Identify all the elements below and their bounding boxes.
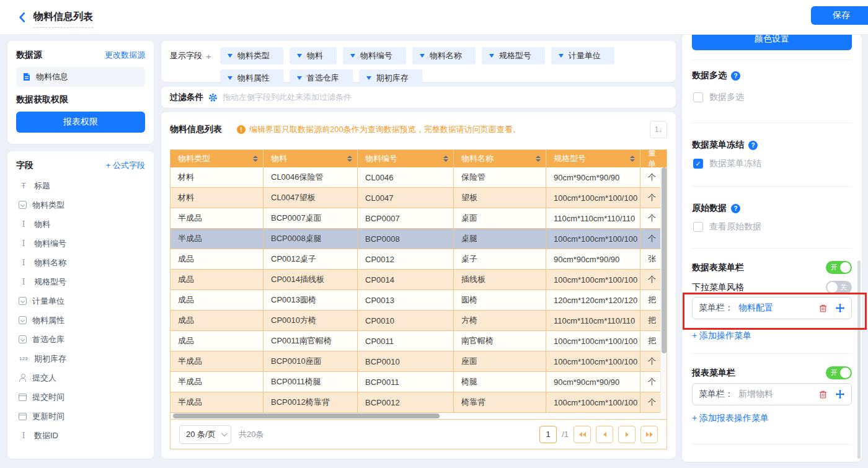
dropdown-triangle-icon: [366, 76, 371, 80]
prev-page-button[interactable]: [596, 426, 613, 443]
column-header[interactable]: 物料编号: [358, 150, 454, 167]
color-settings-button[interactable]: 颜色设置: [692, 34, 852, 50]
field-item[interactable]: 标题: [16, 176, 145, 195]
move-icon[interactable]: [835, 389, 845, 399]
field-item[interactable]: 首选仓库: [16, 330, 145, 349]
field-item[interactable]: 规格型号: [16, 272, 145, 291]
table-row[interactable]: 半成品BCP0011椅腿BCP0011椅腿90cm*90cm*90/90个: [170, 372, 666, 392]
table-cell: CP0011: [358, 331, 454, 351]
table-cell: 成品: [170, 290, 264, 310]
first-page-button[interactable]: [574, 426, 591, 443]
field-item[interactable]: 物料编号: [16, 234, 145, 253]
gear-icon[interactable]: [208, 93, 218, 102]
horizontal-scrollbar-thumb[interactable]: [173, 413, 440, 418]
next-page-button[interactable]: [618, 426, 636, 443]
sort-icon[interactable]: [347, 156, 352, 162]
table-cell: 110cm*110cm*110/110: [546, 311, 640, 330]
report-permission-button[interactable]: 报表权限: [16, 112, 145, 133]
dropdown-style-toggle[interactable]: 关: [826, 281, 852, 294]
move-icon[interactable]: [835, 303, 845, 313]
table-menu-item[interactable]: 菜单栏： 物料配置: [692, 297, 852, 319]
menu-freeze-checkbox[interactable]: 数据菜单冻结: [693, 158, 761, 169]
add-display-field-button[interactable]: +: [206, 51, 211, 61]
checkbox-checked-icon[interactable]: [693, 159, 703, 169]
display-field-tag[interactable]: 物料属性: [220, 69, 283, 87]
field-item[interactable]: 期初库存: [16, 349, 145, 368]
checkbox-icon[interactable]: [693, 222, 703, 232]
panel-scrollbar-thumb[interactable]: [857, 260, 861, 459]
table-row[interactable]: 成品CP0014插线板CP0014插线板100cm*100cm*100/100个: [170, 270, 666, 290]
column-header[interactable]: 计量单位: [640, 150, 666, 167]
display-field-tag[interactable]: 期初库存: [359, 69, 422, 87]
field-item[interactable]: 物料属性: [16, 311, 145, 330]
field-item[interactable]: 物料名称: [16, 253, 145, 272]
column-header[interactable]: 物料名称: [454, 150, 546, 167]
field-item[interactable]: 数据ID: [16, 426, 145, 445]
help-icon[interactable]: [731, 71, 740, 81]
display-field-tag[interactable]: 物料编号: [343, 47, 406, 64]
multi-select-title: 数据多选: [692, 70, 740, 81]
add-action-menu-link[interactable]: + 添加操作菜单: [692, 330, 751, 342]
save-button[interactable]: 保存: [811, 6, 868, 25]
display-field-tag[interactable]: 物料名称: [412, 47, 476, 64]
table-menu-toggle[interactable]: 开: [826, 261, 852, 274]
delete-icon[interactable]: [818, 390, 828, 399]
field-item[interactable]: 计量单位: [16, 291, 145, 311]
display-field-tag[interactable]: 计量单位: [551, 47, 614, 64]
sort-icon[interactable]: [536, 156, 541, 162]
sort-icon[interactable]: [443, 156, 448, 162]
tag-label: 物料: [307, 50, 323, 61]
sort-icon[interactable]: [253, 156, 258, 162]
add-report-action-menu-link[interactable]: + 添加报表操作菜单: [692, 413, 769, 424]
table-row[interactable]: 成品CP0011南官帽椅CP0011南官帽椅100cm*100cm*100/10…: [170, 331, 666, 351]
change-datasource-link[interactable]: 更改数据源: [105, 50, 145, 61]
table-cell: 90cm*90cm*90/90: [546, 167, 640, 187]
table-row[interactable]: 半成品BCP0012椅靠背BCP0012椅靠背100cm*100cm*100/1…: [170, 392, 666, 413]
text-field-icon: [19, 220, 29, 229]
page-size-select[interactable]: 20 条/页: [179, 425, 231, 444]
datasource-item-label: 物料信息: [36, 71, 68, 82]
sort-order-icon[interactable]: 1↓: [650, 121, 667, 138]
help-icon[interactable]: [748, 141, 758, 150]
vertical-scrollbar-thumb[interactable]: [662, 167, 666, 353]
table-row[interactable]: 成品CP0012桌子CP0012桌子90cm*90cm*90/90张: [170, 249, 666, 270]
report-menu-item[interactable]: 菜单栏： 新增物料: [692, 383, 852, 405]
table-cell: 方椅: [454, 311, 546, 330]
field-item[interactable]: 物料: [16, 214, 145, 234]
back-icon[interactable]: [16, 11, 29, 24]
column-header[interactable]: 规格型号: [546, 150, 640, 167]
table-row[interactable]: 半成品BCP0007桌面BCP0007桌面110cm*110cm*110/110…: [170, 208, 666, 229]
current-page-input[interactable]: 1: [539, 426, 557, 443]
report-menu-toggle[interactable]: 开: [826, 366, 852, 379]
display-field-tag[interactable]: 首选仓库: [290, 69, 353, 87]
table-cell: 100cm*100cm*100/100: [546, 270, 640, 289]
multi-select-checkbox[interactable]: 数据多选: [693, 92, 744, 103]
table-row[interactable]: 半成品BCP0008桌腿BCP0008桌腿100cm*100cm*100/100…: [170, 229, 666, 249]
table-row[interactable]: 成品CP0010方椅CP0010方椅110cm*110cm*110/110把: [170, 311, 666, 331]
field-item[interactable]: 更新时间: [16, 407, 145, 426]
table-row[interactable]: 半成品BCP0010座面BCP0010座面100cm*100cm*100/100…: [170, 351, 666, 372]
column-header[interactable]: 物料类型: [170, 150, 264, 167]
field-item[interactable]: 提交时间: [16, 387, 145, 407]
display-field-tag[interactable]: 规格型号: [482, 47, 545, 64]
table-cell: BCP0007桌面: [264, 208, 358, 228]
field-item[interactable]: 物料类型: [16, 195, 145, 214]
field-item[interactable]: 提交人: [16, 368, 145, 387]
raw-data-checkbox[interactable]: 查看原始数据: [693, 221, 761, 232]
formula-field-link[interactable]: + 公式字段: [106, 160, 145, 171]
help-icon[interactable]: [731, 204, 740, 213]
table-cell: CP0012: [358, 249, 454, 269]
menu-item-name-link[interactable]: 物料配置: [738, 302, 773, 314]
delete-icon[interactable]: [818, 304, 828, 313]
table-row[interactable]: 材料CL0047望板CL0047望板100cm*100cm*100/100个: [170, 188, 666, 208]
checkbox-icon[interactable]: [693, 92, 703, 102]
field-label: 物料编号: [34, 238, 66, 249]
last-page-button[interactable]: [640, 426, 658, 443]
datasource-item[interactable]: 物料信息: [16, 67, 145, 87]
display-field-tag[interactable]: 物料类型: [220, 47, 283, 64]
display-field-tag[interactable]: 物料: [290, 47, 337, 64]
table-row[interactable]: 材料CL0046保险管CL0046保险管90cm*90cm*90/90个: [170, 167, 666, 188]
sort-icon[interactable]: [630, 156, 635, 162]
table-row[interactable]: 成品CP0013圆椅CP0013圆椅120cm*120cm*120/120把: [170, 290, 666, 311]
column-header[interactable]: 物料: [264, 150, 358, 167]
